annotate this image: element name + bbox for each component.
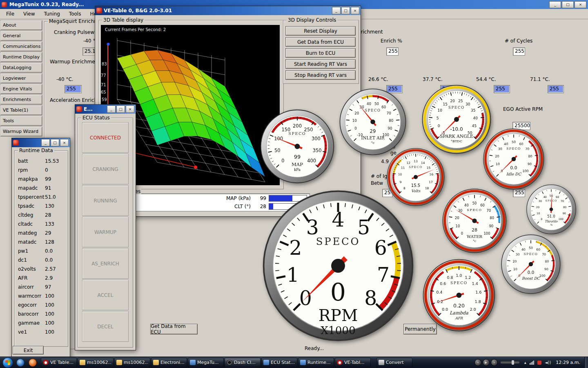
show-desktop-button[interactable]: [584, 357, 588, 368]
svg-text:70: 70: [525, 147, 529, 151]
temp-value-field-3[interactable]: 255: [494, 85, 510, 93]
3d-display-controls-frame: 3D Display Controls Reset DisplayGet Dat…: [283, 20, 359, 84]
runtime-data-name: tpspercent: [15, 194, 43, 200]
ecu-window-titlebar[interactable]: E... _□×: [75, 105, 136, 114]
media-prev-button[interactable]: «: [474, 359, 481, 366]
sidebar-item-engine-vitals[interactable]: Engine Vitals: [0, 84, 42, 94]
sidebar-item-datalogging[interactable]: DataLogging: [0, 63, 42, 73]
sidebar-item-runtime-display[interactable]: Runtime Display: [0, 52, 42, 62]
ego-active-rpm-label: EGO Active RPM: [503, 106, 543, 112]
task-ms10062-[interactable]: ms10062...: [114, 358, 150, 368]
menu-tools[interactable]: Tools: [65, 10, 86, 18]
tray-volume-icon[interactable]: ◄)): [545, 360, 551, 365]
task-ecu-stat-[interactable]: ECU Stat...: [261, 358, 297, 368]
minimize-button[interactable]: _: [549, 1, 561, 8]
small-field[interactable]: 25: [382, 189, 393, 197]
quicklaunch-browser-icon[interactable]: [29, 359, 37, 367]
task-label: Runtime...: [307, 360, 330, 365]
temp-value-field-1[interactable]: 255: [386, 85, 403, 93]
media-play-button[interactable]: ▶: [483, 359, 490, 366]
ve-button-get-data-from-ecu[interactable]: Get Data from ECU: [285, 37, 356, 47]
sidebar-item-general[interactable]: General: [0, 31, 42, 41]
task-megatu-[interactable]: MegaTu...: [188, 358, 224, 368]
minimize-button[interactable]: _: [41, 139, 50, 146]
media-next-button[interactable]: »: [491, 359, 498, 366]
tray-network-icon[interactable]: [530, 361, 534, 365]
svg-text:90: 90: [528, 162, 532, 166]
svg-text:35: 35: [471, 108, 475, 112]
events-value-field[interactable]: 255: [513, 189, 525, 197]
maximize-button[interactable]: □: [51, 139, 59, 146]
ego-active-rpm-field[interactable]: 25500: [512, 122, 530, 130]
runtime-data-row: pw10.0: [15, 247, 68, 256]
task-convert[interactable]: Convert: [376, 358, 412, 368]
quicklaunch-globe-icon[interactable]: [16, 359, 24, 367]
svg-text:50: 50: [512, 140, 516, 144]
exit-button[interactable]: Exit: [13, 346, 44, 355]
minimize-button[interactable]: _: [332, 7, 341, 14]
ve-button-burn-to-ecu[interactable]: Burn to ECU: [285, 48, 356, 58]
runtime-data-row: ve1100: [15, 328, 68, 337]
runtime-window-titlebar[interactable]: _□×: [12, 138, 70, 147]
temp-value-field-4[interactable]: 255: [548, 85, 564, 93]
start-button[interactable]: [2, 357, 13, 368]
tray-action-center-icon[interactable]: [537, 361, 541, 365]
runtime-var-bar-fill: [269, 204, 273, 209]
get-data-from-ecu-button[interactable]: Get Data from ECU: [150, 324, 198, 334]
svg-text:51.0: 51.0: [547, 214, 555, 218]
runtime-data-value: 99: [43, 176, 51, 182]
sidebar-item-communications[interactable]: Communications: [0, 41, 42, 52]
sidebar-item-about[interactable]: About: [0, 20, 42, 30]
folder-icon: [116, 360, 122, 365]
task-dash-cl-[interactable]: Dash Cl...: [225, 358, 261, 368]
ve-button-start-reading-rt-vars[interactable]: Start Reading RT Vars: [285, 59, 356, 69]
task-runtime-[interactable]: Runtime...: [298, 358, 334, 368]
task-label: VE Table...: [50, 360, 74, 365]
sidebar-item-tools[interactable]: Tools: [0, 116, 42, 126]
sidebar-item-ve-table-1-[interactable]: VE Table(1): [0, 105, 42, 115]
desktop: MegaTunix 0.9.23, Ready... _□× FileViewT…: [0, 0, 588, 368]
volume-slider-knob[interactable]: [512, 360, 514, 365]
task-ve-table-[interactable]: VE Table...: [41, 358, 77, 368]
close-button[interactable]: ×: [575, 1, 586, 8]
ecu-status-running: RUNNING: [82, 185, 129, 216]
ve-button-stop-reading-rt-vars[interactable]: Stop Reading RT vars: [285, 70, 356, 80]
num-cycles-field[interactable]: 255: [513, 47, 525, 56]
runtime-data-name: cltadc: [15, 221, 43, 227]
svg-text:15: 15: [427, 166, 431, 170]
menu-view[interactable]: View: [19, 10, 39, 18]
svg-text:0.0: 0.0: [528, 270, 534, 275]
runtime-data-row: dc10.0: [15, 256, 68, 265]
tray-chevron-up-icon[interactable]: ▴: [524, 360, 526, 365]
svg-text:20: 20: [536, 206, 539, 209]
runtime-data-name: ve1: [15, 329, 43, 335]
task-ve-tabl-[interactable]: VE-Tabl...: [335, 358, 371, 368]
cranking-pulsewidth-field[interactable]: 25.1: [82, 47, 96, 56]
sidebar-item-warmup-wizard[interactable]: Warmup Wizard: [0, 126, 42, 137]
temp-value-field-2[interactable]: 255: [440, 85, 457, 93]
menu-file[interactable]: File: [2, 10, 19, 18]
runtime-data-row: o2volts2.57: [15, 265, 68, 274]
close-button[interactable]: ×: [60, 139, 69, 146]
maximize-button[interactable]: □: [341, 7, 350, 14]
maximize-button[interactable]: □: [116, 105, 125, 113]
minimize-button[interactable]: _: [107, 105, 116, 113]
close-button[interactable]: ×: [126, 105, 134, 113]
volume-slider[interactable]: [501, 361, 519, 364]
warmup-value-field[interactable]: 255: [65, 85, 82, 93]
maximize-button[interactable]: □: [562, 1, 574, 8]
enrich-pct-field[interactable]: 255: [386, 47, 399, 56]
menu-tuning[interactable]: Tuning: [40, 10, 65, 18]
close-button[interactable]: ×: [351, 7, 359, 14]
ve-window-titlebar[interactable]: VE-Table 0, B&G 2.0-3.01 _□×: [95, 6, 361, 15]
svg-text:30: 30: [458, 209, 463, 213]
gauge-throttle: 0102030405060708090100SPECO51.0Throttle%: [526, 184, 577, 235]
permanently-button[interactable]: Permanently: [403, 324, 437, 334]
svg-text:60: 60: [381, 105, 386, 109]
ve-button-reset-display[interactable]: Reset Display: [285, 26, 356, 36]
task-electroni-[interactable]: Electroni...: [151, 358, 187, 368]
sidebar-item-enrichments[interactable]: Enrichments: [0, 94, 42, 105]
task-ms10062-[interactable]: ms10062...: [78, 358, 114, 368]
runtime-data-name: aircorr: [15, 284, 43, 290]
sidebar-item-logviewer[interactable]: Logviewer: [0, 73, 42, 83]
